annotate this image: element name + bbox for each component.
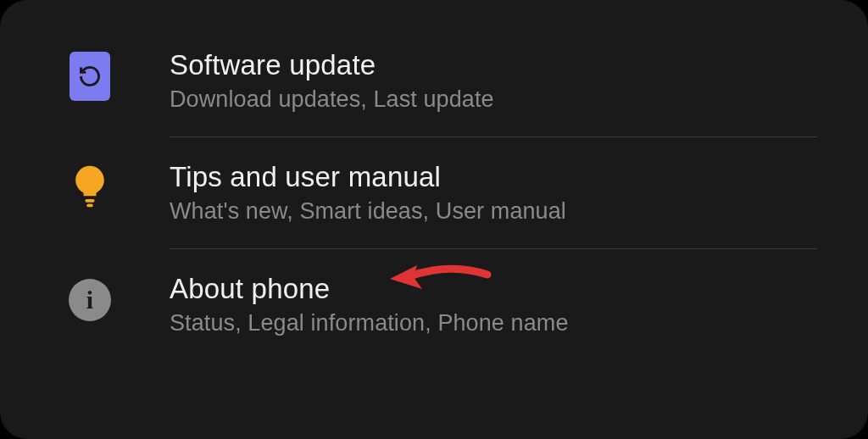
tips-text: Tips and user manual What's new, Smart i… — [170, 161, 817, 225]
svg-rect-0 — [85, 199, 94, 203]
software-update-text: Software update Download updates, Last u… — [170, 49, 817, 113]
item-title: Tips and user manual — [170, 161, 817, 193]
settings-panel: Software update Download updates, Last u… — [0, 0, 868, 439]
item-subtitle: Status, Legal information, Phone name — [170, 310, 817, 336]
lightbulb-icon — [70, 163, 109, 214]
software-update-icon-wrap — [68, 54, 112, 98]
refresh-icon — [70, 52, 110, 101]
settings-item-software-update[interactable]: Software update Download updates, Last u… — [0, 25, 868, 136]
tips-icon-wrap — [68, 166, 112, 210]
item-subtitle: What's new, Smart ideas, User manual — [170, 198, 817, 225]
settings-item-about-phone[interactable]: i About phone Status, Legal information,… — [0, 249, 868, 360]
item-title: Software update — [170, 49, 817, 81]
item-title: About phone — [170, 273, 817, 305]
item-subtitle: Download updates, Last update — [170, 86, 817, 113]
info-icon: i — [69, 279, 111, 321]
svg-rect-1 — [86, 204, 92, 208]
about-phone-icon-wrap: i — [68, 278, 112, 322]
about-phone-text: About phone Status, Legal information, P… — [170, 273, 817, 336]
settings-item-tips[interactable]: Tips and user manual What's new, Smart i… — [0, 137, 868, 248]
